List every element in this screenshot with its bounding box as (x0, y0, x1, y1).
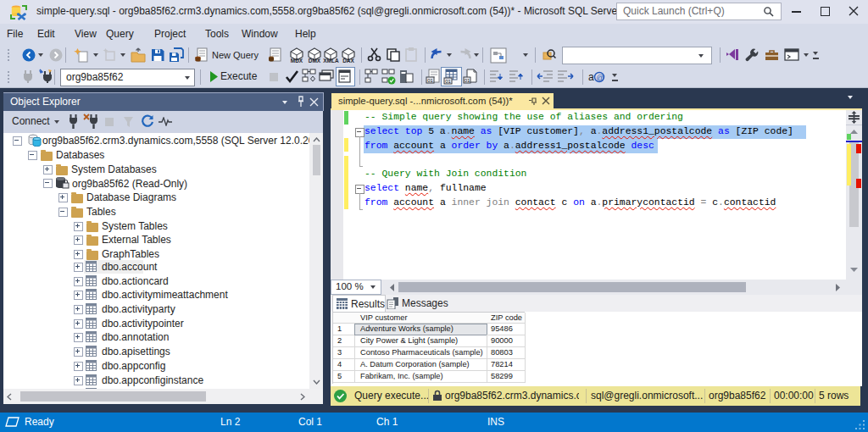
svg-text:DMX: DMX (309, 58, 321, 64)
svg-text:XMLA: XMLA (323, 58, 339, 64)
svg-text:01: 01 (427, 78, 433, 83)
svg-text:01: 01 (445, 79, 451, 84)
svg-text:a: a (588, 71, 594, 83)
svg-text:@: @ (597, 74, 604, 82)
svg-text:DAX: DAX (342, 58, 354, 64)
svg-text:01: 01 (465, 78, 470, 83)
svg-text:MDX: MDX (291, 58, 303, 64)
